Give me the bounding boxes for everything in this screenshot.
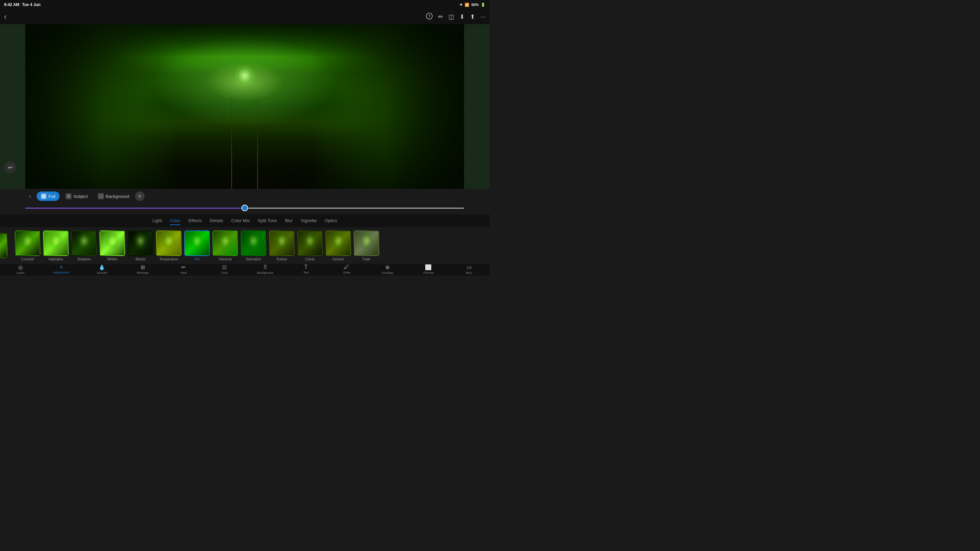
filter-label-contrast: Contrast bbox=[21, 257, 34, 261]
filter-item-blacks[interactable]: Blacks bbox=[126, 230, 155, 261]
date-display: Tue 4 Jun bbox=[22, 2, 41, 7]
filter-item-texture[interactable]: Texture bbox=[267, 230, 296, 261]
status-right: ✈ 📶 50% 🔋 bbox=[460, 3, 485, 7]
bottom-tool-themes[interactable]: ⬜Themes bbox=[419, 264, 438, 275]
filter-item-dehaze[interactable]: Dehaze bbox=[324, 230, 352, 261]
status-left: 9:42 AM Tue 4 Jun bbox=[4, 2, 41, 7]
undo-button[interactable]: ↩ bbox=[4, 161, 16, 173]
text-icon: T bbox=[304, 264, 308, 270]
adjustment-slider-thumb[interactable] bbox=[242, 205, 248, 211]
filter-label-tint: Tint bbox=[194, 257, 200, 261]
border-icon: ▭ bbox=[467, 264, 472, 270]
main-image-area bbox=[25, 24, 464, 189]
tab-details[interactable]: Details bbox=[210, 217, 223, 225]
reshape-label: Reshape bbox=[137, 271, 149, 275]
toolbar-right: ? ✏ ◫ ⬇ ⬆ ··· bbox=[426, 13, 485, 21]
mask-full-option[interactable]: Full bbox=[37, 192, 59, 201]
crop-icon: ⊡ bbox=[222, 264, 227, 270]
adjustments-label: Adjustments bbox=[53, 271, 70, 274]
bottom-tool-overlays[interactable]: ⊕Overlays bbox=[378, 264, 397, 275]
download-button[interactable]: ⬇ bbox=[460, 13, 465, 21]
tab-color[interactable]: Color bbox=[170, 217, 180, 225]
bottom-tool-heal[interactable]: ✏Heal bbox=[174, 264, 193, 275]
filter-item-vibrance[interactable]: Vibrance bbox=[211, 230, 239, 261]
filter-thumb-temperature bbox=[156, 230, 181, 256]
overlays-label: Overlays bbox=[382, 271, 394, 275]
bottom-tool-adjustments[interactable]: ≡Adjustments bbox=[52, 264, 71, 274]
bottom-tool-smooth[interactable]: 💧Smooth bbox=[92, 264, 111, 275]
filter-item-highlights[interactable]: Highlights bbox=[42, 230, 70, 261]
filter-item-whites[interactable]: Whites bbox=[98, 230, 126, 261]
share-button[interactable]: ⬆ bbox=[470, 13, 475, 21]
mask-expand-button[interactable]: › bbox=[25, 192, 35, 201]
filter-thumb-fade bbox=[354, 230, 379, 256]
mask-background-option[interactable]: Background bbox=[94, 192, 133, 201]
filter-label-vibrance: Vibrance bbox=[218, 257, 232, 261]
background-option-label: Background bbox=[105, 194, 129, 199]
tab-light[interactable]: Light bbox=[152, 217, 162, 225]
overlays-icon: ⊕ bbox=[385, 264, 390, 270]
status-bar: 9:42 AM Tue 4 Jun ✈ 📶 50% 🔋 bbox=[0, 0, 490, 10]
full-option-icon bbox=[41, 193, 47, 199]
subject-option-icon bbox=[65, 193, 72, 199]
filter-label-blacks: Blacks bbox=[135, 257, 145, 261]
filter-thumb-vibrance bbox=[213, 230, 238, 256]
edit-tabs: Light Color Effects Details Color Mix Sp… bbox=[0, 214, 490, 227]
themes-icon: ⬜ bbox=[425, 264, 432, 270]
add-mask-button[interactable]: + bbox=[135, 192, 145, 201]
filter-item-partial[interactable] bbox=[0, 233, 13, 258]
edit-button[interactable]: ✏ bbox=[438, 13, 443, 21]
filter-label-texture: Texture bbox=[276, 257, 288, 261]
bottom-tool-text[interactable]: TText bbox=[296, 264, 315, 274]
back-button[interactable]: ‹ bbox=[4, 13, 6, 21]
filter-thumb-dehaze bbox=[325, 230, 351, 256]
bottom-tool-reshape[interactable]: ⊞Reshape bbox=[134, 264, 152, 275]
adjustment-slider-track[interactable] bbox=[25, 208, 464, 209]
filter-thumb-saturation bbox=[241, 230, 266, 256]
filter-label-dehaze: Dehaze bbox=[332, 257, 344, 261]
looks-label: Looks bbox=[16, 271, 25, 275]
filter-item-shadows[interactable]: Shadows bbox=[70, 230, 98, 261]
filter-item-clarity[interactable]: Clarity bbox=[296, 230, 324, 261]
bottom-toolbar: ◎Looks≡Adjustments💧Smooth⊞Reshape✏Heal⊡C… bbox=[0, 264, 490, 275]
mask-subject-option[interactable]: Subject bbox=[62, 192, 92, 201]
filter-thumb-clarity bbox=[297, 230, 323, 256]
draw-icon: 🖊 bbox=[344, 264, 349, 270]
svg-text:?: ? bbox=[428, 14, 431, 19]
filter-label-clarity: Clarity bbox=[305, 257, 315, 261]
reshape-icon: ⊞ bbox=[140, 264, 145, 270]
help-button[interactable]: ? bbox=[426, 13, 433, 21]
tab-split-tone[interactable]: Split Tone bbox=[258, 217, 277, 225]
filter-label-whites: Whites bbox=[107, 257, 118, 261]
heal-label: Heal bbox=[181, 271, 187, 275]
tab-color-mix[interactable]: Color Mix bbox=[231, 217, 250, 225]
tab-effects[interactable]: Effects bbox=[188, 217, 202, 225]
split-view-button[interactable]: ◫ bbox=[449, 13, 454, 21]
filter-label-saturation: Saturation bbox=[246, 257, 261, 261]
filter-item-saturation[interactable]: Saturation bbox=[239, 230, 267, 261]
tab-optics[interactable]: Optics bbox=[325, 217, 337, 225]
filter-thumb-blacks bbox=[128, 230, 153, 256]
filter-item-temperature[interactable]: Temperature bbox=[155, 230, 183, 261]
bottom-tool-draw[interactable]: 🖊Draw bbox=[337, 264, 356, 274]
bottom-tool-border[interactable]: ▭Borc bbox=[460, 264, 479, 275]
bg-right-panel bbox=[464, 0, 490, 189]
looks-icon: ◎ bbox=[18, 264, 23, 270]
smooth-label: Smooth bbox=[97, 271, 107, 275]
filter-item-fade[interactable]: Fade bbox=[352, 230, 380, 261]
bottom-tool-background[interactable]: ⠿Background bbox=[256, 264, 275, 275]
adjustments-icon: ≡ bbox=[59, 264, 62, 270]
filter-item-contrast[interactable]: Contrast bbox=[13, 230, 42, 261]
filter-item-tint[interactable]: Tint bbox=[183, 230, 211, 261]
more-button[interactable]: ··· bbox=[480, 13, 485, 21]
bottom-tool-crop[interactable]: ⊡Crop bbox=[215, 264, 234, 275]
wifi-icon: 📶 bbox=[465, 3, 469, 7]
bottom-tool-looks[interactable]: ◎Looks bbox=[11, 264, 30, 275]
subject-option-label: Subject bbox=[73, 194, 88, 199]
tab-blur[interactable]: Blur bbox=[285, 217, 293, 225]
tab-vignette[interactable]: Vignette bbox=[301, 217, 317, 225]
filter-thumb-highlights bbox=[43, 230, 68, 256]
main-image bbox=[25, 24, 464, 189]
background-icon: ⠿ bbox=[263, 264, 267, 270]
filter-thumb-contrast bbox=[15, 230, 40, 256]
